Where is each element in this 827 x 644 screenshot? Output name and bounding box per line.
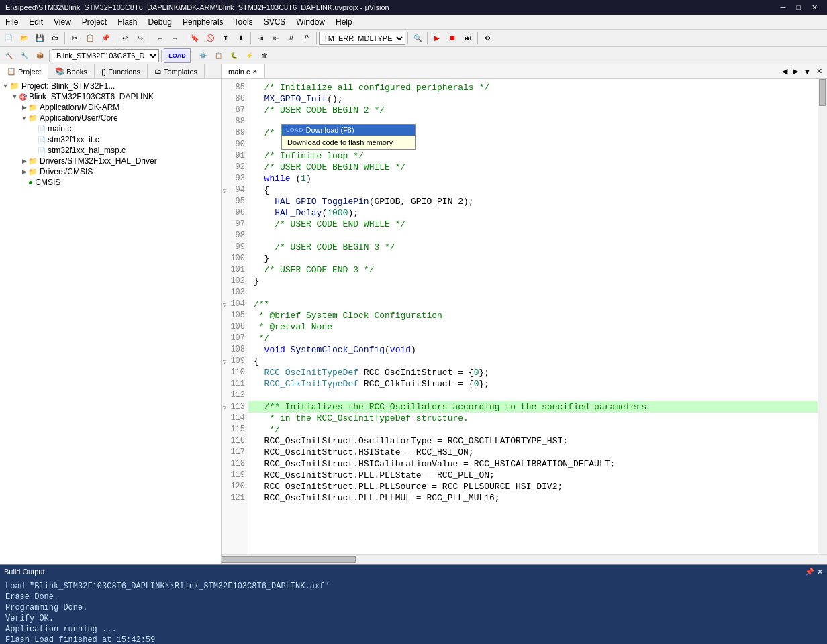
code-line-118[interactable]: RCC_OscInitStruct.HSICalibrationValue = … — [248, 458, 818, 470]
next-bookmark-button[interactable]: ⬇ — [234, 31, 248, 46]
close-output-button[interactable]: ✕ — [817, 568, 823, 576]
bookmark-button[interactable]: 🔖 — [187, 31, 202, 46]
scroll-thumb[interactable] — [222, 556, 356, 563]
tree-item-1[interactable]: ▼🎯Blink_STM32F103C8T6_DAPLINK — [1, 91, 220, 102]
tree-item-5[interactable]: 📄stm32f1xx_it.c — [1, 134, 220, 145]
tab-scroll-left[interactable]: ◀ — [780, 66, 789, 76]
menu-item-window[interactable]: Window — [291, 16, 330, 28]
code-line-91[interactable]: /* Infinite loop */ — [248, 150, 818, 162]
code-line-106[interactable]: * @retval None — [248, 321, 818, 333]
nav-back-button[interactable]: ← — [152, 31, 167, 46]
code-line-111[interactable]: RCC_ClkInitTypeDef RCC_ClkInitStruct = {… — [248, 378, 818, 390]
copy-button[interactable]: 📋 — [83, 31, 97, 46]
debug-run-button[interactable]: ▶ — [430, 31, 444, 46]
code-line-114[interactable]: * in the RCC_OscInitTypeDef structure. — [248, 413, 818, 424]
find-icon[interactable]: 🔍 — [410, 31, 425, 46]
tab-project[interactable]: 📋 Project — [0, 64, 48, 79]
debug-stop-button[interactable]: ⏹ — [445, 31, 460, 46]
code-line-98[interactable] — [248, 230, 818, 241]
code-line-109[interactable]: { — [248, 356, 818, 367]
debug-step-button[interactable]: ⏭ — [460, 31, 475, 46]
code-line-86[interactable]: MX_GPIO_Init(); — [248, 93, 818, 105]
unindent-button[interactable]: ⇤ — [269, 31, 283, 46]
code-line-116[interactable]: RCC_OscInitStruct.OscillatorType = RCC_O… — [248, 435, 818, 447]
settings-button[interactable]: ⚙ — [480, 31, 495, 46]
tree-item-9[interactable]: ●CMSIS — [1, 177, 220, 188]
code-line-110[interactable]: RCC_OscInitTypeDef RCC_OscInitStruct = {… — [248, 367, 818, 378]
indent-button[interactable]: ⇥ — [253, 31, 268, 46]
manage-button[interactable]: 📋 — [211, 48, 226, 63]
minimize-button[interactable]: ─ — [777, 3, 790, 12]
menu-item-help[interactable]: Help — [330, 16, 358, 28]
code-line-97[interactable]: /* USER CODE END WHILE */ — [248, 219, 818, 230]
build-btn3[interactable]: 📦 — [32, 48, 47, 63]
redo-button[interactable]: ↪ — [133, 31, 148, 46]
flash-erase-button[interactable]: 🗑 — [257, 48, 272, 63]
code-content[interactable]: /* Initialize all configured peripherals… — [248, 79, 818, 554]
symbol-dropdown[interactable]: TM_ERR_MDLTYPE — [319, 32, 405, 45]
debug-button[interactable]: 🐛 — [226, 48, 241, 63]
target-dropdown[interactable]: Blink_STM32F103C8T6_D — [52, 49, 159, 62]
code-line-107[interactable]: */ — [248, 333, 818, 344]
code-line-93[interactable]: while (1) — [248, 173, 818, 184]
menu-item-svcs[interactable]: SVCS — [258, 16, 291, 28]
clear-bookmark-button[interactable]: 🚫 — [203, 31, 217, 46]
build-btn2[interactable]: 🔧 — [17, 48, 32, 63]
tree-item-2[interactable]: ▶📁Application/MDK-ARM — [1, 102, 220, 113]
comment-button[interactable]: // — [284, 31, 299, 46]
code-line-108[interactable]: void SystemClock_Config(void) — [248, 344, 818, 356]
code-line-103[interactable] — [248, 287, 818, 299]
close-all-tabs-button[interactable]: ✕ — [814, 66, 824, 76]
code-line-115[interactable]: */ — [248, 424, 818, 435]
new-file-button[interactable]: 📄 — [1, 31, 16, 46]
flash-download-button[interactable]: ⚡ — [242, 48, 256, 63]
tree-item-0[interactable]: ▼📁Project: Blink_STM32F1... — [1, 80, 220, 91]
code-line-120[interactable]: RCC_OscInitStruct.PLL.PLLSource = RCC_PL… — [248, 481, 818, 492]
menu-item-debug[interactable]: Debug — [143, 16, 177, 28]
tree-item-3[interactable]: ▼📁Application/User/Core — [1, 113, 220, 123]
tab-scroll-right[interactable]: ▶ — [791, 66, 800, 76]
code-line-105[interactable]: * @brief System Clock Configuration — [248, 310, 818, 321]
save-all-button[interactable]: 🗂 — [48, 31, 62, 46]
menu-item-edit[interactable]: Edit — [23, 16, 48, 28]
tree-item-8[interactable]: ▶📁Drivers/CMSIS — [1, 166, 220, 177]
horizontal-scrollbar[interactable] — [222, 554, 827, 564]
right-scrollbar[interactable] — [818, 79, 827, 554]
code-line-121[interactable]: RCC_OscInitStruct.PLL.PLLMUL = RCC_PLL_M… — [248, 492, 818, 504]
code-line-92[interactable]: /* USER CODE BEGIN WHILE */ — [248, 162, 818, 173]
tab-functions[interactable]: {} Functions — [95, 64, 148, 78]
save-button[interactable]: 💾 — [32, 31, 47, 46]
download-button[interactable]: LOAD — [164, 48, 191, 63]
tab-books[interactable]: 📚 Books — [48, 64, 95, 78]
file-tab-main-c[interactable]: main.c ✕ — [222, 64, 265, 78]
uncomment-button[interactable]: /* — [299, 31, 314, 46]
code-line-95[interactable]: HAL_GPIO_TogglePin(GPIOB, GPIO_PIN_2); — [248, 196, 818, 207]
menu-item-flash[interactable]: Flash — [112, 16, 142, 28]
code-line-85[interactable]: /* Initialize all configured peripherals… — [248, 82, 818, 93]
tree-item-7[interactable]: ▶📁Drivers/STM32F1xx_HAL_Driver — [1, 156, 220, 166]
prev-bookmark-button[interactable]: ⬆ — [218, 31, 233, 46]
target-options-button[interactable]: ⚙️ — [195, 48, 210, 63]
pin-output-button[interactable]: 📌 — [805, 568, 814, 576]
cut-button[interactable]: ✂ — [67, 31, 82, 46]
code-line-100[interactable]: } — [248, 253, 818, 264]
open-button[interactable]: 📂 — [17, 31, 32, 46]
menu-item-view[interactable]: View — [48, 16, 77, 28]
code-line-113[interactable]: /** Initializes the RCC Oscillators acco… — [248, 401, 818, 413]
tree-item-4[interactable]: 📄main.c — [1, 123, 220, 134]
tab-templates[interactable]: 🗂 Templates — [148, 64, 205, 78]
code-line-101[interactable]: /* USER CODE END 3 */ — [248, 264, 818, 276]
code-line-117[interactable]: RCC_OscInitStruct.HSIState = RCC_HSI_ON; — [248, 447, 818, 458]
close-button[interactable]: ✕ — [808, 3, 822, 12]
maximize-button[interactable]: □ — [792, 3, 805, 12]
build-btn1[interactable]: 🔨 — [1, 48, 16, 63]
scroll-track[interactable] — [222, 555, 827, 564]
paste-button[interactable]: 📌 — [98, 31, 113, 46]
code-line-112[interactable] — [248, 390, 818, 401]
code-line-104[interactable]: /** — [248, 299, 818, 310]
tab-list-button[interactable]: ▼ — [801, 67, 813, 76]
code-line-87[interactable]: /* USER CODE BEGIN 2 */ — [248, 105, 818, 116]
code-line-102[interactable]: } — [248, 276, 818, 287]
tree-item-6[interactable]: 📄stm32f1xx_hal_msp.c — [1, 145, 220, 156]
menu-item-peripherals[interactable]: Peripherals — [177, 16, 229, 28]
